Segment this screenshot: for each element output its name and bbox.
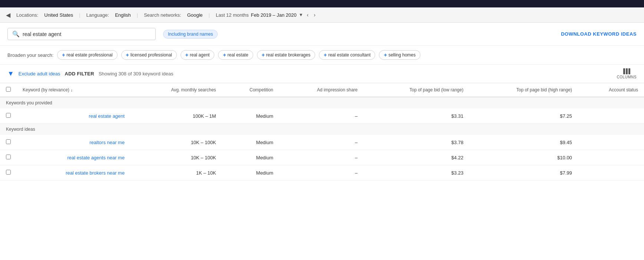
account-status-cell <box>578 135 644 150</box>
search-icon: 🔍 <box>12 30 20 38</box>
broaden-chip-label: real estate <box>228 52 248 58</box>
keyword-header-label: Keyword (by relevance) <box>23 87 69 92</box>
plus-icon: + <box>126 52 129 58</box>
row-checkbox[interactable] <box>6 155 11 159</box>
language-value: English <box>115 12 131 18</box>
competition-cell: Medium <box>222 150 279 165</box>
columns-label: COLUMNS <box>617 75 637 79</box>
search-bar: 🔍 Including brand names DOWNLOAD KEYWORD… <box>0 23 644 46</box>
broaden-chip-label: real estate professional <box>66 52 112 58</box>
account-status-cell <box>578 150 644 165</box>
top-low-cell: $3.78 <box>363 135 469 150</box>
date-range-value: Feb 2019 – Jan 2020 <box>251 12 297 18</box>
ad-impression-cell: – <box>279 108 363 124</box>
broaden-chip-label: real estate brokerages <box>266 52 310 58</box>
broaden-chip-label: licensed professional <box>131 52 172 58</box>
columns-button[interactable]: COLUMNS <box>617 68 637 79</box>
top-high-cell: $9.45 <box>469 135 578 150</box>
locations-label: Locations: <box>16 12 38 18</box>
brand-names-badge[interactable]: Including brand names <box>163 30 218 39</box>
broaden-label: Broaden your search: <box>7 52 53 58</box>
toolbar: ▼ Exclude adult ideas ADD FILTER Showing… <box>0 65 644 83</box>
date-range-selector[interactable]: Last 12 months Feb 2019 – Jan 2020 ▼ ‹ › <box>216 11 317 19</box>
keyword-link[interactable]: real estate agents near me <box>67 155 125 160</box>
row-checkbox[interactable] <box>6 170 11 175</box>
avg-monthly-cell: 100K – 1M <box>131 108 222 124</box>
keyword-cell: realtors near me <box>17 135 131 150</box>
row-checkbox-cell[interactable] <box>0 108 17 124</box>
sort-arrow-icon: ↓ <box>70 88 73 92</box>
broaden-chip-real-estate-consultant[interactable]: + real estate consultant <box>319 50 375 60</box>
broaden-chip-real-agent[interactable]: + real agent <box>181 50 215 60</box>
networks-label: Search networks: <box>144 12 181 18</box>
filter-bar: ◀ Locations: United States | Language: E… <box>0 7 644 23</box>
plus-icon: + <box>324 52 327 58</box>
date-next-button[interactable]: › <box>312 11 317 19</box>
account-status-header: Account status <box>578 83 644 97</box>
locations-value: United States <box>44 12 73 18</box>
top-low-cell: $3.31 <box>363 108 469 124</box>
keyword-link[interactable]: realtors near me <box>90 140 125 145</box>
plus-icon: + <box>62 52 65 58</box>
select-all-checkbox[interactable] <box>6 87 11 92</box>
plus-icon: + <box>185 52 188 58</box>
date-prev-button[interactable]: ‹ <box>306 11 310 19</box>
search-box[interactable]: 🔍 <box>7 28 156 40</box>
ad-impression-cell: – <box>279 165 363 181</box>
competition-cell: Medium <box>222 108 279 124</box>
top-high-cell: $7.99 <box>469 165 578 181</box>
ad-impression-share-header: Ad impression share <box>279 83 363 97</box>
table-row: real estate brokers near me1K – 10KMediu… <box>0 165 644 181</box>
select-all-checkbox-cell[interactable] <box>0 83 17 97</box>
exclude-adult-button[interactable]: Exclude adult ideas <box>19 71 60 77</box>
ad-impression-cell: – <box>279 135 363 150</box>
avg-monthly-cell: 10K – 100K <box>131 150 222 165</box>
broaden-chip-selling-homes[interactable]: + selling homes <box>379 50 420 60</box>
download-keyword-ideas-button[interactable]: DOWNLOAD KEYWORD IDEAS <box>561 31 637 37</box>
broaden-chip-real-estate[interactable]: + real estate <box>218 50 253 60</box>
top-high-cell: $7.25 <box>469 108 578 124</box>
competition-header: Competition <box>222 83 279 97</box>
account-status-cell <box>578 108 644 124</box>
competition-cell: Medium <box>222 135 279 150</box>
row-checkbox-cell[interactable] <box>0 165 17 181</box>
top-bar <box>0 0 644 7</box>
networks-value: Google <box>187 12 203 18</box>
date-chevron-icon: ▼ <box>299 12 303 17</box>
table-section-row: Keyword ideas <box>0 124 644 135</box>
language-label: Language: <box>86 12 109 18</box>
filter-icon: ▼ <box>7 70 14 78</box>
table-row: real estate agent100K – 1MMedium–$3.31$7… <box>0 108 644 124</box>
broaden-chip-real-estate-professional[interactable]: + real estate professional <box>57 50 117 60</box>
ad-impression-cell: – <box>279 150 363 165</box>
avg-monthly-searches-header: Avg. monthly searches <box>131 83 222 97</box>
top-high-cell: $10.00 <box>469 150 578 165</box>
keyword-cell: real estate agent <box>17 108 131 124</box>
showing-count-text: Showing 308 of 309 keyword ideas <box>99 71 174 77</box>
plus-icon: + <box>262 52 265 58</box>
search-input[interactable] <box>23 31 151 37</box>
account-status-cell <box>578 165 644 181</box>
keyword-link[interactable]: real estate agent <box>89 113 125 119</box>
broaden-chip-licensed-professional[interactable]: + licensed professional <box>121 50 177 60</box>
top-page-bid-high-header: Top of page bid (high range) <box>469 83 578 97</box>
row-checkbox[interactable] <box>6 139 11 144</box>
plus-icon: + <box>384 52 387 58</box>
avg-monthly-cell: 1K – 10K <box>131 165 222 181</box>
table-row: realtors near me10K – 100KMedium–$3.78$9… <box>0 135 644 150</box>
sidebar-toggle-button[interactable]: ◀ <box>6 12 10 19</box>
top-low-cell: $3.23 <box>363 165 469 181</box>
avg-monthly-cell: 10K – 100K <box>131 135 222 150</box>
row-checkbox[interactable] <box>6 113 11 118</box>
broaden-chip-label: real agent <box>190 52 209 58</box>
add-filter-button[interactable]: ADD FILTER <box>65 71 94 77</box>
keyword-link[interactable]: real estate brokers near me <box>66 170 125 176</box>
broaden-chip-label: selling homes <box>389 52 416 58</box>
row-checkbox-cell[interactable] <box>0 135 17 150</box>
table-section-row: Keywords you provided <box>0 97 644 108</box>
row-checkbox-cell[interactable] <box>0 150 17 165</box>
broaden-chip-real-estate-brokerages[interactable]: + real estate brokerages <box>257 50 316 60</box>
competition-cell: Medium <box>222 165 279 181</box>
broaden-chip-label: real estate consultant <box>328 52 370 58</box>
keyword-column-header[interactable]: Keyword (by relevance) ↓ <box>17 83 131 97</box>
